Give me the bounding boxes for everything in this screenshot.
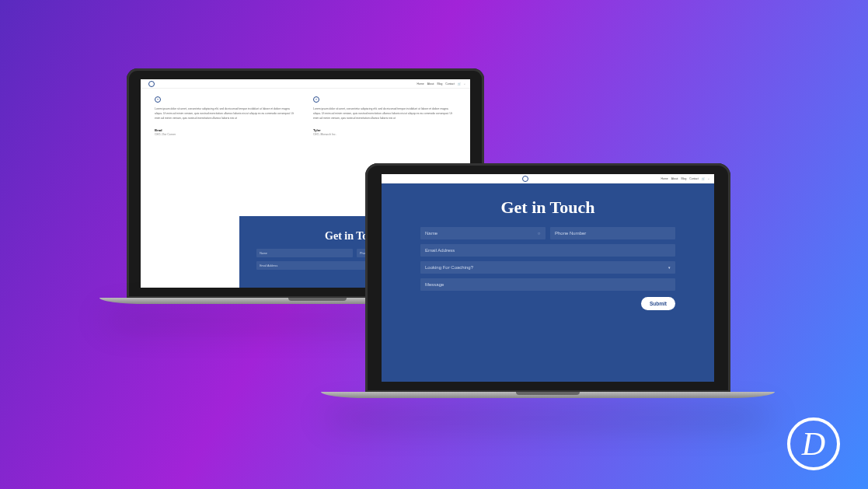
testimonial-2: ❝ Lorem ipsum dolor sit amet, consectetu… xyxy=(313,96,456,136)
testimonials-section: ❝ Lorem ipsum dolor sit amet, consectetu… xyxy=(155,96,456,136)
quote-icon: ❝ xyxy=(155,96,161,103)
divi-badge-letter: D xyxy=(802,428,825,460)
search-icon[interactable]: ⌕ xyxy=(464,82,465,86)
nav-links: Home About Blog Contact 🛒 ⌕ xyxy=(661,177,709,180)
email-field[interactable]: Email Address xyxy=(420,244,675,257)
nav-blog[interactable]: Blog xyxy=(682,177,687,180)
contact-heading: Get in Touch xyxy=(500,197,594,218)
nav-home[interactable]: Home xyxy=(661,177,668,180)
logo-icon[interactable] xyxy=(148,81,155,87)
contact-section: Get in Touch Name Phone Number Email Add… xyxy=(382,183,714,382)
testimonial-text: Lorem ipsum dolor sit amet, consectetur … xyxy=(155,107,298,121)
phone-field[interactable]: Phone Number xyxy=(550,227,675,239)
laptop-front-screen: Home About Blog Contact 🛒 ⌕ Get in Touch… xyxy=(382,174,714,382)
divi-badge: D xyxy=(787,417,840,470)
nav-about[interactable]: About xyxy=(671,177,678,180)
laptop-front-base xyxy=(321,392,775,398)
cart-icon[interactable]: 🛒 xyxy=(458,82,461,86)
quote-icon: ❝ xyxy=(313,96,319,103)
testimonial-title: CEO, Monarch Inc. xyxy=(313,133,456,136)
site-header-front: Home About Blog Contact 🛒 ⌕ xyxy=(382,174,714,183)
laptop-front: Home About Blog Contact 🛒 ⌕ Get in Touch… xyxy=(319,163,777,404)
nav-blog[interactable]: Blog xyxy=(437,82,443,86)
logo-icon[interactable] xyxy=(522,176,528,182)
name-field[interactable]: Name xyxy=(420,227,546,239)
nav-about[interactable]: About xyxy=(427,82,434,86)
laptop-front-notch xyxy=(516,392,580,395)
nav-contact[interactable]: Contact xyxy=(445,82,455,86)
testimonial-title: CEO, Divi Corner xyxy=(155,133,298,136)
submit-button[interactable]: Submit xyxy=(641,297,675,310)
nav-contact[interactable]: Contact xyxy=(689,177,699,180)
testimonial-name: Tyler xyxy=(313,128,456,132)
search-icon[interactable]: ⌕ xyxy=(708,177,709,180)
coaching-select[interactable]: Looking For Coaching? xyxy=(420,261,675,274)
cart-icon[interactable]: 🛒 xyxy=(702,177,705,180)
nav-links: Home About Blog Contact 🛒 ⌕ xyxy=(417,82,465,86)
message-field[interactable]: Message xyxy=(420,278,675,291)
site-header-back: Home About Blog Contact 🛒 ⌕ xyxy=(141,79,470,89)
laptop-front-bezel: Home About Blog Contact 🛒 ⌕ Get in Touch… xyxy=(365,163,730,393)
nav-home[interactable]: Home xyxy=(417,82,424,86)
testimonial-name: Brad xyxy=(155,128,298,132)
testimonial-text: Lorem ipsum dolor sit amet, consectetur … xyxy=(313,107,456,121)
testimonial-1: ❝ Lorem ipsum dolor sit amet, consectetu… xyxy=(155,96,298,136)
